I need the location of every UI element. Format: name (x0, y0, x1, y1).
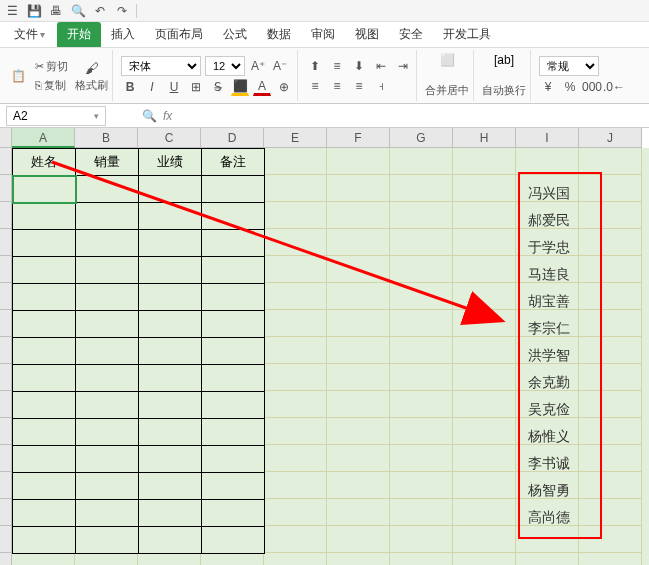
cell[interactable] (390, 526, 453, 553)
distribute-icon[interactable]: ⫞ (372, 77, 390, 95)
cell[interactable] (264, 310, 327, 337)
row-header[interactable] (0, 202, 12, 229)
cell[interactable] (453, 445, 516, 472)
cell[interactable] (390, 148, 453, 175)
table-cell[interactable] (139, 311, 202, 338)
table-cell[interactable] (202, 284, 265, 311)
cell[interactable] (264, 391, 327, 418)
cell[interactable] (75, 553, 138, 565)
tab-start[interactable]: 开始 (57, 22, 101, 47)
cell[interactable] (579, 553, 642, 565)
col-header-A[interactable]: A (12, 128, 75, 148)
cell[interactable] (327, 337, 390, 364)
table-cell[interactable] (202, 500, 265, 527)
strikethrough-icon[interactable]: S̶ (209, 78, 227, 96)
cell[interactable] (453, 499, 516, 526)
fx-icon[interactable]: fx (163, 109, 172, 123)
table-cell[interactable] (139, 284, 202, 311)
redo-icon[interactable]: ↷ (114, 3, 130, 19)
row-header[interactable] (0, 499, 12, 526)
table-cell[interactable] (76, 176, 139, 203)
table-cell[interactable] (202, 257, 265, 284)
table-cell[interactable] (202, 311, 265, 338)
table-cell[interactable] (76, 392, 139, 419)
table-cell[interactable] (76, 284, 139, 311)
cell[interactable] (264, 472, 327, 499)
cell[interactable] (390, 256, 453, 283)
row-header[interactable] (0, 229, 12, 256)
col-header-I[interactable]: I (516, 128, 579, 148)
table-cell[interactable] (139, 473, 202, 500)
percent-icon[interactable]: % (561, 78, 579, 96)
decimal-inc-icon[interactable]: .0← (605, 78, 623, 96)
font-size-select[interactable]: 12 (205, 56, 245, 76)
wrap-text-icon[interactable]: [ab] (490, 53, 518, 81)
cell[interactable] (453, 310, 516, 337)
cell[interactable] (264, 283, 327, 310)
table-cell[interactable] (76, 338, 139, 365)
table-cell[interactable] (139, 257, 202, 284)
fx-search-icon[interactable]: 🔍 (142, 109, 157, 123)
tab-layout[interactable]: 页面布局 (145, 22, 213, 47)
increase-font-icon[interactable]: A⁺ (249, 57, 267, 75)
align-right-icon[interactable]: ≡ (350, 77, 368, 95)
number-format-select[interactable]: 常规 (539, 56, 599, 76)
bold-icon[interactable]: B (121, 78, 139, 96)
col-header-C[interactable]: C (138, 128, 201, 148)
table-cell[interactable] (76, 527, 139, 554)
table-cell[interactable] (202, 446, 265, 473)
align-bottom-icon[interactable]: ⬇ (350, 57, 368, 75)
col-header-J[interactable]: J (579, 128, 642, 148)
cell[interactable] (390, 229, 453, 256)
table-cell[interactable] (76, 500, 139, 527)
row-header[interactable] (0, 472, 12, 499)
cell[interactable] (327, 310, 390, 337)
row-header[interactable] (0, 175, 12, 202)
table-cell[interactable] (76, 446, 139, 473)
save-icon[interactable]: 💾 (26, 3, 42, 19)
tab-insert[interactable]: 插入 (101, 22, 145, 47)
cell[interactable] (327, 526, 390, 553)
cell[interactable] (516, 553, 579, 565)
table-cell[interactable] (13, 446, 76, 473)
table-cell[interactable] (13, 311, 76, 338)
table-cell[interactable] (202, 473, 265, 500)
row-header[interactable] (0, 553, 12, 565)
col-header-B[interactable]: B (75, 128, 138, 148)
copy-button[interactable]: ⎘复制 (32, 77, 71, 94)
cell[interactable] (453, 364, 516, 391)
preview-icon[interactable]: 🔍 (70, 3, 86, 19)
table-cell[interactable] (139, 338, 202, 365)
cell[interactable] (453, 526, 516, 553)
cell[interactable] (453, 472, 516, 499)
phonetic-icon[interactable]: ⊕ (275, 78, 293, 96)
table-cell[interactable] (76, 257, 139, 284)
table-cell[interactable]: 备注 (202, 149, 265, 176)
cell[interactable] (390, 445, 453, 472)
cell[interactable] (12, 553, 75, 565)
cell[interactable] (390, 364, 453, 391)
table-cell[interactable]: 销量 (76, 149, 139, 176)
tab-data[interactable]: 数据 (257, 22, 301, 47)
cell[interactable] (453, 175, 516, 202)
paste-icon[interactable]: 📋 (8, 64, 28, 88)
table-cell[interactable] (202, 176, 265, 203)
border-icon[interactable]: ⊞ (187, 78, 205, 96)
cell[interactable] (264, 337, 327, 364)
col-header-G[interactable]: G (390, 128, 453, 148)
row-header[interactable] (0, 283, 12, 310)
table-cell[interactable] (202, 203, 265, 230)
table-cell[interactable] (139, 500, 202, 527)
table-cell[interactable] (76, 365, 139, 392)
cell[interactable] (579, 148, 642, 175)
cell[interactable] (453, 391, 516, 418)
indent-increase-icon[interactable]: ⇥ (394, 57, 412, 75)
row-header[interactable] (0, 256, 12, 283)
cell[interactable] (390, 310, 453, 337)
cell[interactable] (327, 553, 390, 565)
cell[interactable] (390, 391, 453, 418)
cell[interactable] (327, 175, 390, 202)
row-header[interactable] (0, 310, 12, 337)
row-header[interactable] (0, 445, 12, 472)
indent-decrease-icon[interactable]: ⇤ (372, 57, 390, 75)
